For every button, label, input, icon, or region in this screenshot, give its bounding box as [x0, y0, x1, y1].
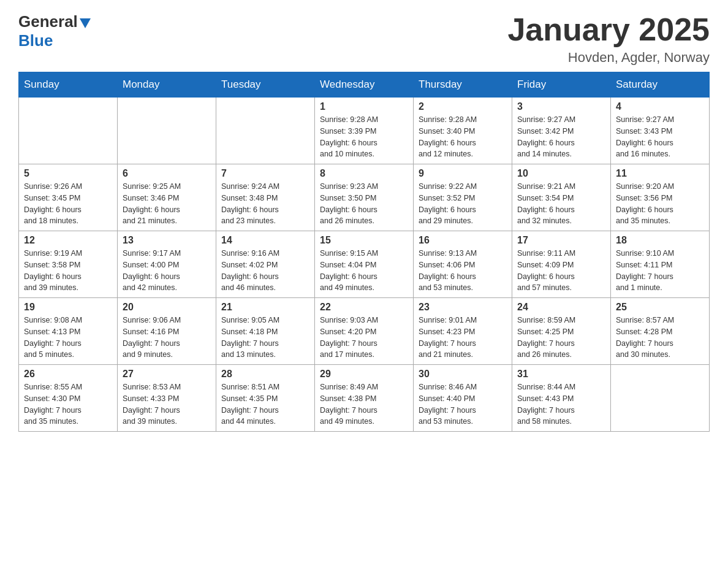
calendar-day-cell: 10Sunrise: 9:21 AMSunset: 3:54 PMDayligh… [512, 164, 611, 231]
calendar-day-cell: 4Sunrise: 9:27 AMSunset: 3:43 PMDaylight… [611, 98, 710, 164]
day-info: Sunrise: 9:15 AMSunset: 4:04 PMDaylight:… [320, 248, 408, 294]
logo-blue-text: Blue [18, 31, 53, 50]
calendar-week-row: 1Sunrise: 9:28 AMSunset: 3:39 PMDaylight… [19, 98, 710, 164]
day-number: 5 [24, 168, 112, 179]
logo-triangle-icon [80, 18, 91, 28]
day-number: 15 [320, 235, 408, 246]
day-info: Sunrise: 9:23 AMSunset: 3:50 PMDaylight:… [320, 181, 408, 227]
day-info: Sunrise: 9:11 AMSunset: 4:09 PMDaylight:… [517, 248, 605, 294]
day-number: 12 [24, 235, 112, 246]
calendar-day-cell: 25Sunrise: 8:57 AMSunset: 4:28 PMDayligh… [611, 298, 710, 365]
day-number: 31 [517, 369, 605, 380]
day-info: Sunrise: 9:01 AMSunset: 4:23 PMDaylight:… [419, 315, 507, 361]
day-info: Sunrise: 8:44 AMSunset: 4:43 PMDaylight:… [517, 381, 605, 427]
calendar-body: 1Sunrise: 9:28 AMSunset: 3:39 PMDaylight… [19, 98, 710, 432]
calendar-day-cell: 9Sunrise: 9:22 AMSunset: 3:52 PMDaylight… [414, 164, 512, 231]
calendar-day-cell: 29Sunrise: 8:49 AMSunset: 4:38 PMDayligh… [315, 365, 414, 432]
calendar-day-cell: 15Sunrise: 9:15 AMSunset: 4:04 PMDayligh… [315, 231, 414, 298]
day-number: 22 [320, 302, 408, 313]
day-number: 9 [419, 168, 507, 179]
day-number: 30 [419, 369, 507, 380]
weekday-header-cell: Monday [118, 72, 216, 98]
calendar-table: SundayMondayTuesdayWednesdayThursdayFrid… [18, 72, 710, 432]
day-info: Sunrise: 9:25 AMSunset: 3:46 PMDaylight:… [123, 181, 211, 227]
weekday-header-cell: Sunday [19, 72, 118, 98]
day-number: 18 [616, 235, 704, 246]
calendar-day-cell: 23Sunrise: 9:01 AMSunset: 4:23 PMDayligh… [414, 298, 512, 365]
calendar-week-row: 19Sunrise: 9:08 AMSunset: 4:13 PMDayligh… [19, 298, 710, 365]
calendar-day-cell: 6Sunrise: 9:25 AMSunset: 3:46 PMDaylight… [118, 164, 216, 231]
day-info: Sunrise: 9:10 AMSunset: 4:11 PMDaylight:… [616, 248, 704, 294]
calendar-day-cell: 17Sunrise: 9:11 AMSunset: 4:09 PMDayligh… [512, 231, 611, 298]
day-number: 7 [221, 168, 309, 179]
day-info: Sunrise: 8:59 AMSunset: 4:25 PMDaylight:… [517, 315, 605, 361]
day-number: 26 [24, 369, 112, 380]
day-info: Sunrise: 8:46 AMSunset: 4:40 PMDaylight:… [419, 381, 507, 427]
day-info: Sunrise: 9:06 AMSunset: 4:16 PMDaylight:… [123, 315, 211, 361]
day-number: 11 [616, 168, 704, 179]
logo-general-text: General [18, 12, 78, 31]
day-number: 1 [320, 101, 408, 112]
calendar-day-cell [216, 98, 315, 164]
day-info: Sunrise: 9:17 AMSunset: 4:00 PMDaylight:… [123, 248, 211, 294]
location-title: Hovden, Agder, Norway [507, 50, 710, 66]
day-info: Sunrise: 8:49 AMSunset: 4:38 PMDaylight:… [320, 381, 408, 427]
calendar-day-cell: 31Sunrise: 8:44 AMSunset: 4:43 PMDayligh… [512, 365, 611, 432]
day-info: Sunrise: 8:53 AMSunset: 4:33 PMDaylight:… [123, 381, 211, 427]
calendar-day-cell: 16Sunrise: 9:13 AMSunset: 4:06 PMDayligh… [414, 231, 512, 298]
day-info: Sunrise: 9:05 AMSunset: 4:18 PMDaylight:… [221, 315, 309, 361]
day-number: 23 [419, 302, 507, 313]
calendar-day-cell: 14Sunrise: 9:16 AMSunset: 4:02 PMDayligh… [216, 231, 315, 298]
day-info: Sunrise: 9:27 AMSunset: 3:42 PMDaylight:… [517, 114, 605, 160]
month-title: January 2025 [507, 12, 710, 47]
day-number: 3 [517, 101, 605, 112]
day-number: 24 [517, 302, 605, 313]
day-number: 25 [616, 302, 704, 313]
day-info: Sunrise: 9:24 AMSunset: 3:48 PMDaylight:… [221, 181, 309, 227]
day-number: 13 [123, 235, 211, 246]
day-info: Sunrise: 9:16 AMSunset: 4:02 PMDaylight:… [221, 248, 309, 294]
calendar-day-cell: 19Sunrise: 9:08 AMSunset: 4:13 PMDayligh… [19, 298, 118, 365]
day-number: 28 [221, 369, 309, 380]
logo: General Blue [18, 12, 91, 50]
title-area: January 2025 Hovden, Agder, Norway [507, 12, 710, 66]
day-info: Sunrise: 8:55 AMSunset: 4:30 PMDaylight:… [24, 381, 112, 427]
calendar-week-row: 26Sunrise: 8:55 AMSunset: 4:30 PMDayligh… [19, 365, 710, 432]
day-info: Sunrise: 9:22 AMSunset: 3:52 PMDaylight:… [419, 181, 507, 227]
calendar-week-row: 12Sunrise: 9:19 AMSunset: 3:58 PMDayligh… [19, 231, 710, 298]
calendar-day-cell: 18Sunrise: 9:10 AMSunset: 4:11 PMDayligh… [611, 231, 710, 298]
day-info: Sunrise: 9:28 AMSunset: 3:40 PMDaylight:… [419, 114, 507, 160]
calendar-day-cell: 11Sunrise: 9:20 AMSunset: 3:56 PMDayligh… [611, 164, 710, 231]
day-info: Sunrise: 8:57 AMSunset: 4:28 PMDaylight:… [616, 315, 704, 361]
weekday-header-cell: Saturday [611, 72, 710, 98]
header: General Blue January 2025 Hovden, Agder,… [18, 12, 710, 66]
calendar-day-cell: 8Sunrise: 9:23 AMSunset: 3:50 PMDaylight… [315, 164, 414, 231]
day-info: Sunrise: 9:08 AMSunset: 4:13 PMDaylight:… [24, 315, 112, 361]
weekday-header-cell: Wednesday [315, 72, 414, 98]
day-info: Sunrise: 9:19 AMSunset: 3:58 PMDaylight:… [24, 248, 112, 294]
day-info: Sunrise: 9:26 AMSunset: 3:45 PMDaylight:… [24, 181, 112, 227]
day-number: 27 [123, 369, 211, 380]
calendar-day-cell: 30Sunrise: 8:46 AMSunset: 4:40 PMDayligh… [414, 365, 512, 432]
calendar-day-cell [118, 98, 216, 164]
calendar-day-cell: 5Sunrise: 9:26 AMSunset: 3:45 PMDaylight… [19, 164, 118, 231]
day-number: 21 [221, 302, 309, 313]
calendar-day-cell: 24Sunrise: 8:59 AMSunset: 4:25 PMDayligh… [512, 298, 611, 365]
day-number: 20 [123, 302, 211, 313]
day-number: 29 [320, 369, 408, 380]
day-info: Sunrise: 8:51 AMSunset: 4:35 PMDaylight:… [221, 381, 309, 427]
day-number: 6 [123, 168, 211, 179]
calendar-day-cell [611, 365, 710, 432]
day-number: 19 [24, 302, 112, 313]
calendar-day-cell: 27Sunrise: 8:53 AMSunset: 4:33 PMDayligh… [118, 365, 216, 432]
day-info: Sunrise: 9:20 AMSunset: 3:56 PMDaylight:… [616, 181, 704, 227]
day-number: 4 [616, 101, 704, 112]
day-number: 17 [517, 235, 605, 246]
day-number: 8 [320, 168, 408, 179]
calendar-day-cell: 22Sunrise: 9:03 AMSunset: 4:20 PMDayligh… [315, 298, 414, 365]
day-info: Sunrise: 9:03 AMSunset: 4:20 PMDaylight:… [320, 315, 408, 361]
calendar-day-cell: 28Sunrise: 8:51 AMSunset: 4:35 PMDayligh… [216, 365, 315, 432]
calendar-day-cell: 3Sunrise: 9:27 AMSunset: 3:42 PMDaylight… [512, 98, 611, 164]
calendar-day-cell: 13Sunrise: 9:17 AMSunset: 4:00 PMDayligh… [118, 231, 216, 298]
calendar-day-cell: 20Sunrise: 9:06 AMSunset: 4:16 PMDayligh… [118, 298, 216, 365]
